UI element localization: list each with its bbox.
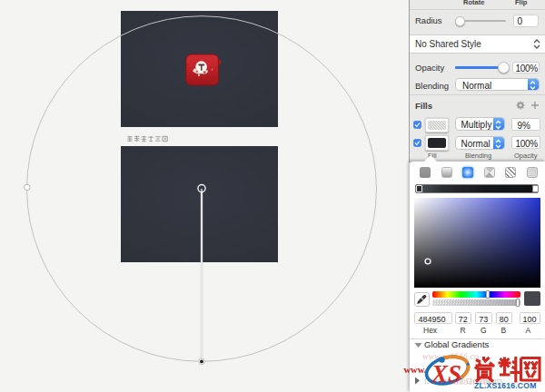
svg-text:XS: XS (431, 360, 461, 387)
svg-text:ZL.XS1616.COM: ZL.XS1616.COM (474, 381, 537, 390)
svg-text:www.: www. (404, 365, 427, 375)
